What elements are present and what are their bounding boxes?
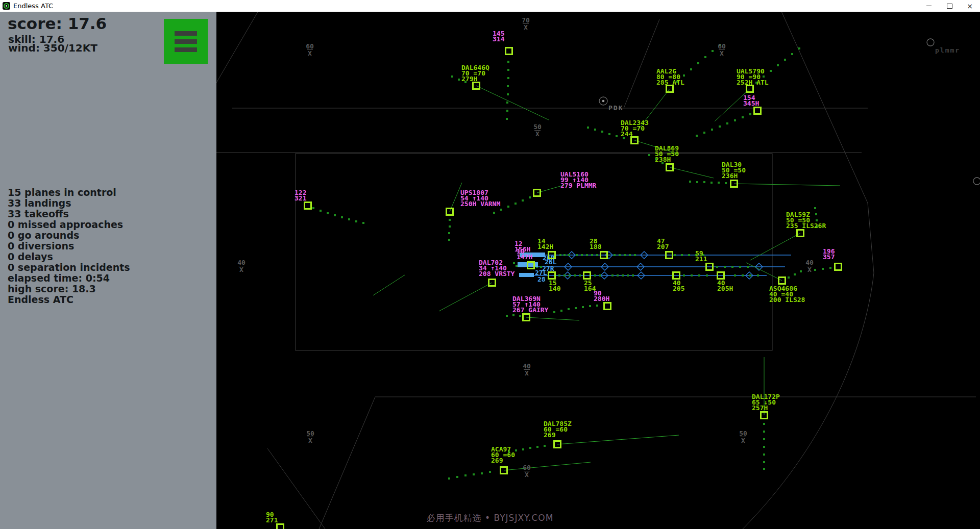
aircraft-square-ACA97[interactable] — [500, 466, 508, 474]
aircraft-label-DAL172P[interactable]: DAL172P 65 ↓50 257H — [752, 394, 780, 411]
trail-dot — [696, 181, 698, 183]
aircraft-label-DAL785Z[interactable]: DAL785Z 60 =60 269 — [544, 421, 572, 438]
trail-dot — [697, 62, 699, 64]
aircraft-square-DAL369N[interactable] — [522, 313, 530, 321]
trail-dot — [529, 447, 531, 449]
aircraft-label-47[interactable]: 47 207 — [657, 238, 669, 249]
aircraft-label-DAL30[interactable]: DAL30 50 =50 236H — [722, 162, 746, 179]
trail-dot — [616, 135, 618, 137]
wind-text: wind: 350/12KT — [8, 42, 97, 54]
aircraft-square-DAL59Z[interactable] — [796, 229, 804, 237]
trail-dot — [719, 125, 721, 128]
trail-dot — [596, 254, 598, 256]
aircraft-label-28-188[interactable]: 28 188 — [590, 238, 601, 249]
aircraft-label-145[interactable]: 145 314 — [493, 31, 504, 42]
aircraft-square-90-280H[interactable] — [603, 302, 611, 310]
aircraft-square-DAL646Q[interactable] — [472, 82, 480, 90]
aircraft-square-DAL869[interactable] — [666, 163, 674, 171]
trail-dot — [582, 306, 584, 308]
aircraft-square-40-205H[interactable] — [717, 271, 725, 280]
aircraft-label-UAL5790[interactable]: UAL5790 90 =90 252H ATL — [737, 68, 769, 85]
aircraft-label-59[interactable]: 59 211 — [695, 250, 707, 262]
aircraft-label-DAL869[interactable]: DAL869 50 =50 238H — [655, 145, 679, 162]
aircraft-square-10[interactable] — [527, 261, 535, 269]
aircraft-square-59[interactable] — [705, 263, 714, 271]
stat-line: high score: 18.3 — [8, 284, 130, 294]
aircraft-square-196[interactable] — [834, 263, 842, 271]
trail-dot — [327, 212, 329, 214]
aircraft-square-DAL785Z[interactable] — [553, 440, 561, 448]
trail-dot — [589, 305, 591, 307]
trail-dot — [553, 311, 555, 313]
aircraft-label-ASQ468G[interactable]: ASQ468G 40 =40 200 ILS28 — [769, 286, 805, 303]
aircraft-square-UAL5790[interactable] — [746, 85, 754, 93]
trail-dot — [608, 133, 610, 135]
aircraft-square-40-205[interactable] — [672, 271, 680, 280]
aircraft-square-UPS1807[interactable] — [446, 208, 454, 216]
aircraft-square-DAL172P[interactable] — [760, 411, 768, 419]
aircraft-label-ACA97[interactable]: ACA97 60 =60 269 — [491, 446, 515, 463]
aircraft-label-25[interactable]: 25 164 — [584, 280, 596, 291]
close-button[interactable]: × — [960, 0, 980, 12]
trail-dot — [619, 254, 621, 256]
aircraft-square-15[interactable] — [548, 271, 556, 280]
trail-dot — [507, 85, 509, 87]
trail-dot — [464, 474, 467, 476]
trail-dot — [784, 59, 786, 61]
aircraft-square-UAL5160[interactable] — [533, 189, 541, 197]
trail-dot — [634, 254, 636, 256]
menu-button[interactable] — [164, 19, 208, 64]
aircraft-square-DAL30[interactable] — [730, 180, 738, 188]
close-icon: × — [967, 3, 973, 10]
trail-dot — [512, 314, 514, 316]
trail-dot — [601, 131, 603, 133]
aircraft-label-122[interactable]: 122 321 — [295, 190, 306, 201]
aircraft-label-DAL702[interactable]: DAL702 34 ↑140 208 VRSTY — [479, 260, 514, 276]
trail-dot — [560, 310, 562, 312]
aircraft-square-AAL2G[interactable] — [666, 85, 674, 93]
trail-dot — [481, 472, 483, 474]
trail-dot — [579, 274, 581, 276]
aircraft-label-40-205[interactable]: 40 205 — [673, 280, 684, 291]
aircraft-label-154[interactable]: 154 345H — [743, 95, 759, 106]
trail-dot — [703, 181, 705, 183]
trail-dot — [587, 127, 589, 129]
aircraft-square-145[interactable] — [505, 47, 513, 55]
trail-dot — [507, 61, 509, 63]
trail-dot — [449, 219, 451, 221]
trail-dot — [800, 270, 802, 272]
aircraft-label-DAL646Q[interactable]: DAL646Q 70 =70 279H — [461, 65, 489, 82]
stat-line: 33 takeoffs — [8, 209, 130, 219]
trail-dot — [777, 64, 779, 66]
aircraft-square-ASQ468G[interactable] — [778, 276, 786, 285]
trail-dot — [506, 102, 508, 104]
aircraft-label-DAL59Z[interactable]: DAL59Z 50 =50 235 ILS26R — [786, 212, 826, 229]
trail-dot — [648, 154, 650, 156]
aircraft-square-DAL702[interactable] — [488, 279, 496, 287]
aircraft-square-25[interactable] — [583, 271, 591, 280]
aircraft-label-UPS1807[interactable]: UPS1807 54 ↑140 250H VARNM — [460, 190, 500, 207]
aircraft-square-14[interactable] — [548, 251, 556, 259]
aircraft-square-122[interactable] — [304, 201, 312, 210]
aircraft-label-UAL5160[interactable]: UAL5160 99 ↑140 279 PLMMR — [560, 171, 596, 188]
aircraft-square-28-188[interactable] — [600, 251, 608, 259]
aircraft-square-154[interactable] — [753, 107, 762, 115]
trail-dot — [594, 129, 596, 131]
aircraft-label-DAL2343[interactable]: DAL2343 70 =70 244 — [621, 120, 649, 137]
aircraft-label-10[interactable]: 10 147H — [517, 248, 532, 260]
endless-atc-window: Endless ATC × 70X60X60X50X40X40X40X50X50… — [0, 0, 980, 529]
aircraft-label-15[interactable]: 15 140 — [549, 280, 560, 291]
minimize-button[interactable] — [919, 0, 939, 12]
aircraft-square-DAL2343[interactable] — [630, 136, 639, 144]
aircraft-label-14[interactable]: 14 142H — [537, 238, 553, 249]
aircraft-label-40-205H[interactable]: 40 205H — [717, 280, 733, 291]
aircraft-label-DAL369N[interactable]: DAL369N 57 ↑140 267 GAIRY — [512, 296, 548, 313]
aircraft-square-90-271[interactable] — [276, 523, 284, 529]
trail-dot — [529, 196, 531, 198]
maximize-button[interactable] — [939, 0, 960, 12]
stat-line: 0 missed approaches — [8, 219, 130, 230]
aircraft-label-90-280H[interactable]: 90 280H — [594, 290, 609, 301]
aircraft-label-196[interactable]: 196 357 — [823, 248, 835, 260]
aircraft-square-47[interactable] — [665, 251, 673, 259]
aircraft-label-AAL2G[interactable]: AAL2G 80 =80 285 ATL — [656, 68, 684, 85]
